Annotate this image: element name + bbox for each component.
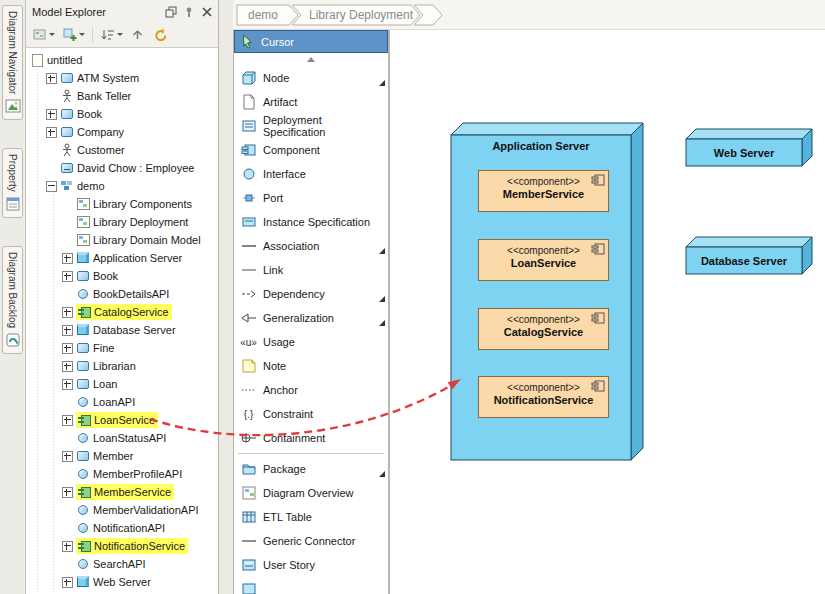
class-icon: [76, 449, 91, 463]
palette-item-component[interactable]: Component: [234, 138, 388, 162]
tree-item[interactable]: NotificationAPI: [26, 519, 218, 537]
flyout-indicator[interactable]: [379, 80, 385, 86]
tree-item-notificationservice[interactable]: NotificationService: [26, 537, 218, 555]
palette-item-link[interactable]: Link: [234, 258, 388, 282]
component-loanservice[interactable]: <<component>> LoanService: [478, 239, 609, 281]
tree-item[interactable]: Company: [26, 123, 218, 141]
expand-icon[interactable]: [62, 343, 73, 354]
tab-diagram-navigator[interactable]: Diagram Navigator: [2, 5, 23, 120]
expand-icon[interactable]: [62, 325, 73, 336]
collapse-icon[interactable]: [46, 181, 57, 192]
expand-icon[interactable]: [62, 361, 73, 372]
tree-item[interactable]: Customer: [26, 141, 218, 159]
palette-item-partial[interactable]: [234, 577, 388, 594]
node-title-web-server[interactable]: Web Server: [686, 139, 802, 166]
expand-icon[interactable]: [62, 451, 73, 462]
flyout-indicator[interactable]: [379, 320, 385, 326]
tree-item[interactable]: Book: [26, 105, 218, 123]
palette-scroll-up[interactable]: [234, 53, 388, 66]
float-button[interactable]: [163, 5, 178, 20]
expand-icon[interactable]: [46, 127, 57, 138]
sort-button[interactable]: [98, 25, 125, 45]
tree-item[interactable]: LoanAPI: [26, 393, 218, 411]
palette-item-diagram-overview[interactable]: Diagram Overview: [234, 481, 388, 505]
tree-item-loanservice[interactable]: LoanService: [26, 411, 218, 429]
palette-item-containment[interactable]: Containment: [234, 426, 388, 450]
tree-item[interactable]: LoanStatusAPI: [26, 429, 218, 447]
tree-item[interactable]: SearchAPI: [26, 555, 218, 573]
expand-icon[interactable]: [62, 487, 73, 498]
palette-item-instance-specification[interactable]: Instance Specification: [234, 210, 388, 234]
refresh-button[interactable]: [150, 25, 169, 45]
expand-icon[interactable]: [62, 253, 73, 264]
component-icon: [77, 485, 92, 499]
node-title-application-server[interactable]: Application Server: [451, 138, 631, 154]
tab-diagram-backlog[interactable]: Diagram Backlog: [2, 246, 23, 354]
new-element-button[interactable]: [60, 25, 87, 45]
palette-item-generic-connector[interactable]: Generic Connector: [234, 529, 388, 553]
breadcrumb-item-demo[interactable]: demo: [248, 8, 278, 22]
diagram-menu-button[interactable]: [30, 25, 57, 45]
pin-button[interactable]: [181, 5, 196, 20]
tree-item[interactable]: Web Server: [26, 573, 218, 591]
tree-item[interactable]: BookDetailsAPI: [26, 285, 218, 303]
expand-icon[interactable]: [46, 109, 57, 120]
expand-icon[interactable]: [62, 541, 73, 552]
tree-item[interactable]: Book: [26, 267, 218, 285]
tree-item[interactable]: Library Domain Model: [26, 231, 218, 249]
tree-item[interactable]: MemberProfileAPI: [26, 465, 218, 483]
tree-item[interactable]: Librarian: [26, 357, 218, 375]
palette-item-note[interactable]: Note: [234, 354, 388, 378]
palette-item-user-story[interactable]: User Story: [234, 553, 388, 577]
component-catalogservice[interactable]: <<component>> CatalogService: [478, 308, 609, 350]
expand-icon[interactable]: [62, 307, 73, 318]
tree-item[interactable]: David Chow : Employee: [26, 159, 218, 177]
component-notificationservice[interactable]: <<component>> NotificationService: [478, 376, 609, 418]
cursor-icon: [240, 34, 255, 49]
palette-item-port[interactable]: Port: [234, 186, 388, 210]
tree-item[interactable]: Database Server: [26, 321, 218, 339]
palette-item-package[interactable]: Package: [234, 457, 388, 481]
tree-item[interactable]: Bank Teller: [26, 87, 218, 105]
palette-item-node[interactable]: Node: [234, 66, 388, 90]
flyout-indicator[interactable]: [379, 296, 385, 302]
tab-property[interactable]: Property: [2, 148, 23, 218]
palette-item-usage[interactable]: «u»Usage: [234, 330, 388, 354]
collapse-button[interactable]: [128, 25, 147, 45]
palette-item-artifact[interactable]: Artifact: [234, 90, 388, 114]
palette-item-etl-table[interactable]: ETL Table: [234, 505, 388, 529]
tree-item[interactable]: Member: [26, 447, 218, 465]
expand-icon[interactable]: [62, 415, 73, 426]
expand-icon[interactable]: [46, 73, 57, 84]
expand-icon[interactable]: [62, 271, 73, 282]
tree-item[interactable]: Library Components: [26, 195, 218, 213]
tree-item-memberservice[interactable]: MemberService: [26, 483, 218, 501]
palette-item-dependency[interactable]: Dependency: [234, 282, 388, 306]
palette-item-anchor[interactable]: Anchor: [234, 378, 388, 402]
palette-item-constraint[interactable]: {.}Constraint: [234, 402, 388, 426]
palette-item-association[interactable]: Association: [234, 234, 388, 258]
close-icon[interactable]: [199, 5, 214, 20]
expand-icon[interactable]: [62, 577, 73, 588]
palette-item-generalization[interactable]: Generalization: [234, 306, 388, 330]
breadcrumb-item-library-deployment[interactable]: Library Deployment: [309, 8, 413, 22]
flyout-indicator[interactable]: [379, 248, 385, 254]
palette-item-cursor[interactable]: Cursor: [234, 30, 388, 53]
diagram-canvas[interactable]: Application Server Web Server Database S…: [389, 30, 825, 594]
tree-item-demo[interactable]: demo: [26, 177, 218, 195]
tree-item[interactable]: Application Server: [26, 249, 218, 267]
tree-item-untitled[interactable]: untitled: [26, 51, 218, 69]
palette-item-interface[interactable]: Interface: [234, 162, 388, 186]
expand-icon[interactable]: [62, 379, 73, 390]
tree-item[interactable]: MemberValidationAPI: [26, 501, 218, 519]
tree-item[interactable]: ATM System: [26, 69, 218, 87]
tree-item-catalogservice[interactable]: CatalogService: [26, 303, 218, 321]
node-title-database-server[interactable]: Database Server: [686, 247, 802, 274]
tree-item[interactable]: Library Deployment: [26, 213, 218, 231]
flyout-indicator[interactable]: [379, 471, 385, 477]
tree-item[interactable]: Loan: [26, 375, 218, 393]
palette-item-deployment-specification[interactable]: Deployment Specification: [234, 114, 388, 138]
component-memberservice[interactable]: <<component>> MemberService: [478, 170, 609, 212]
tree-item[interactable]: Fine: [26, 339, 218, 357]
component-icon: [591, 174, 605, 186]
